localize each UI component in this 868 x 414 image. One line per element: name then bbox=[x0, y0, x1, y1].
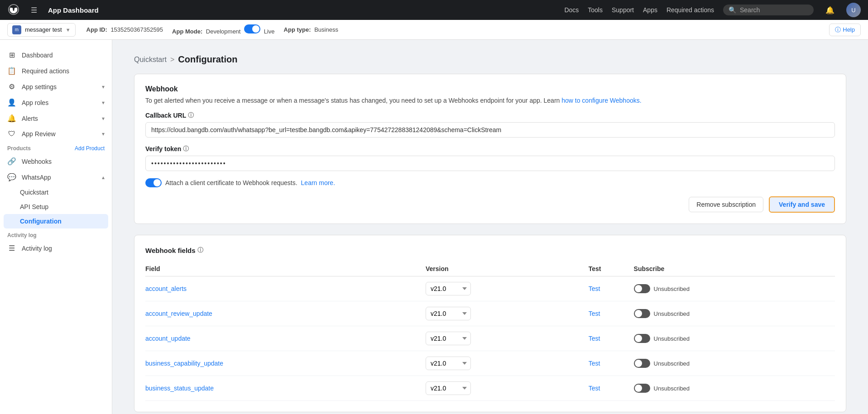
search-input[interactable] bbox=[740, 6, 808, 14]
table-row: business_capability_update v21.0 v20.0 v… bbox=[145, 351, 835, 376]
nav-docs[interactable]: Docs bbox=[564, 6, 579, 14]
sidebar-subitem-configuration[interactable]: Configuration bbox=[4, 214, 108, 228]
app-selector[interactable]: m messager test ▼ bbox=[7, 23, 76, 37]
webhook-fields-title: Webhook fields ⓘ bbox=[145, 246, 835, 254]
webhook-title: Webhook bbox=[145, 85, 835, 93]
subscribe-toggle: Unsubscribed bbox=[634, 309, 835, 318]
subscribe-toggle: Unsubscribed bbox=[634, 334, 835, 343]
add-product-link[interactable]: Add Product bbox=[75, 145, 105, 152]
callback-url-input[interactable] bbox=[145, 122, 835, 138]
nav-support[interactable]: Support bbox=[612, 6, 634, 14]
hamburger-icon[interactable]: ☰ bbox=[31, 6, 37, 14]
subscribe-toggle-switch[interactable] bbox=[634, 309, 650, 318]
help-button[interactable]: ⓘ Help bbox=[829, 24, 861, 36]
test-link[interactable]: Test bbox=[589, 360, 600, 367]
subscribe-toggle-switch[interactable] bbox=[634, 334, 650, 343]
sidebar-item-webhooks[interactable]: 🔗 Webhooks bbox=[0, 153, 112, 169]
field-link[interactable]: account_alerts bbox=[145, 285, 187, 292]
app-dashboard-title: App Dashboard bbox=[48, 6, 99, 14]
help-circle-icon: ⓘ bbox=[835, 26, 841, 34]
meta-logo bbox=[7, 3, 20, 17]
chevron-down-icon: ▾ bbox=[102, 100, 105, 106]
products-section: Products Add Product bbox=[0, 142, 112, 153]
cert-toggle[interactable] bbox=[145, 178, 162, 187]
callback-url-label: Callback URL ⓘ bbox=[145, 111, 835, 119]
sidebar-item-dashboard[interactable]: ⊞ Dashboard bbox=[0, 47, 112, 63]
version-select[interactable]: v21.0 v20.0 v19.0 bbox=[426, 332, 471, 345]
version-select[interactable]: v21.0 v20.0 v19.0 bbox=[426, 282, 471, 295]
table-row: business_status_update v21.0 v20.0 v19.0… bbox=[145, 376, 835, 401]
subscribe-toggle-switch[interactable] bbox=[634, 384, 650, 393]
field-link[interactable]: business_capability_update bbox=[145, 360, 223, 367]
sidebar-item-activity-log[interactable]: ☰ Activity log bbox=[0, 240, 112, 256]
learn-more-link[interactable]: how to configure Webhooks. bbox=[561, 97, 641, 104]
required-actions-icon: 📋 bbox=[7, 67, 16, 75]
chevron-down-icon: ▼ bbox=[66, 27, 71, 33]
sidebar-subitem-api-setup[interactable]: API Setup bbox=[0, 200, 112, 214]
sidebar-item-app-roles[interactable]: 👤 App roles ▾ bbox=[0, 95, 112, 110]
webhook-fields-table: Field Version Test Subscribe account_ale… bbox=[145, 262, 835, 401]
cert-row: Attach a client certificate to Webhook r… bbox=[145, 178, 835, 187]
test-link[interactable]: Test bbox=[589, 335, 600, 342]
remove-subscription-button[interactable]: Remove subscription bbox=[689, 197, 763, 212]
cert-learn-more-link[interactable]: Learn more. bbox=[301, 179, 335, 186]
version-select[interactable]: v21.0 v20.0 v19.0 bbox=[426, 357, 471, 370]
subscribe-toggle: Unsubscribed bbox=[634, 384, 835, 393]
nav-apps[interactable]: Apps bbox=[643, 6, 657, 14]
subscribe-status: Unsubscribed bbox=[654, 360, 690, 367]
subscribe-toggle-switch[interactable] bbox=[634, 284, 650, 293]
verify-and-save-button[interactable]: Verify and save bbox=[769, 196, 835, 213]
callback-url-info-icon[interactable]: ⓘ bbox=[188, 111, 194, 119]
table-row: account_update v21.0 v20.0 v19.0 Test Un… bbox=[145, 326, 835, 351]
chevron-down-icon: ▾ bbox=[102, 84, 105, 90]
test-link[interactable]: Test bbox=[589, 285, 600, 292]
sidebar-item-whatsapp[interactable]: 💬 WhatsApp ▴ bbox=[0, 169, 112, 185]
whatsapp-icon: 💬 bbox=[7, 173, 16, 181]
sidebar-item-alerts[interactable]: 🔔 Alerts ▾ bbox=[0, 110, 112, 126]
sidebar-item-required-actions[interactable]: 📋 Required actions bbox=[0, 63, 112, 79]
app-mode-toggle[interactable] bbox=[244, 24, 260, 33]
app-bar-info: App ID: 1535250367352595 App Mode: Devel… bbox=[86, 24, 338, 35]
sidebar-item-app-review[interactable]: 🛡 App Review ▾ bbox=[0, 126, 112, 142]
field-link[interactable]: business_status_update bbox=[145, 385, 214, 392]
verify-token-group: Verify token ⓘ bbox=[145, 145, 835, 171]
dashboard-icon: ⊞ bbox=[7, 51, 16, 59]
breadcrumb-parent[interactable]: Quickstart bbox=[134, 56, 167, 64]
app-id-value: 1535250367352595 bbox=[110, 26, 163, 33]
webhook-fields-info-icon[interactable]: ⓘ bbox=[197, 246, 203, 254]
col-header-test: Test bbox=[589, 262, 634, 276]
activity-log-section-label: Activity log bbox=[0, 228, 112, 240]
callback-url-group: Callback URL ⓘ bbox=[145, 111, 835, 138]
subscribe-status: Unsubscribed bbox=[654, 385, 690, 392]
svg-point-1 bbox=[14, 8, 17, 11]
app-review-icon: 🛡 bbox=[7, 130, 16, 138]
field-link[interactable]: account_update bbox=[145, 335, 191, 342]
verify-token-input[interactable] bbox=[145, 156, 835, 171]
test-link[interactable]: Test bbox=[589, 310, 600, 317]
subscribe-status: Unsubscribed bbox=[654, 310, 690, 317]
cert-description: Attach a client certificate to Webhook r… bbox=[165, 179, 297, 186]
table-row: account_review_update v21.0 v20.0 v19.0 … bbox=[145, 301, 835, 326]
webhook-card: Webhook To get alerted when you receive … bbox=[134, 74, 846, 224]
subscribe-status: Unsubscribed bbox=[654, 335, 690, 342]
sidebar-subitem-quickstart[interactable]: Quickstart bbox=[0, 185, 112, 200]
field-link[interactable]: account_review_update bbox=[145, 310, 212, 317]
avatar[interactable]: U bbox=[846, 3, 861, 17]
action-row: Remove subscription Verify and save bbox=[145, 196, 835, 213]
subscribe-toggle-switch[interactable] bbox=[634, 359, 650, 368]
app-mode-value: Development bbox=[206, 28, 241, 35]
activity-log-icon: ☰ bbox=[7, 244, 16, 252]
app-type-value: Business bbox=[314, 26, 338, 33]
svg-point-0 bbox=[11, 8, 13, 11]
verify-token-info-icon[interactable]: ⓘ bbox=[183, 145, 189, 153]
nav-tools[interactable]: Tools bbox=[588, 6, 603, 14]
sidebar-item-app-settings[interactable]: ⚙ App settings ▾ bbox=[0, 79, 112, 95]
subscribe-toggle: Unsubscribed bbox=[634, 284, 835, 293]
sidebar: ⊞ Dashboard 📋 Required actions ⚙ App set… bbox=[0, 40, 112, 414]
test-link[interactable]: Test bbox=[589, 385, 600, 392]
version-select[interactable]: v21.0 v20.0 v19.0 bbox=[426, 307, 471, 320]
nav-required-actions[interactable]: Required actions bbox=[667, 6, 714, 14]
notification-icon[interactable]: 🔔 bbox=[823, 3, 837, 17]
version-select[interactable]: v21.0 v20.0 v19.0 bbox=[426, 381, 471, 395]
webhook-fields-card: Webhook fields ⓘ Field Version Test Subs… bbox=[134, 235, 846, 412]
